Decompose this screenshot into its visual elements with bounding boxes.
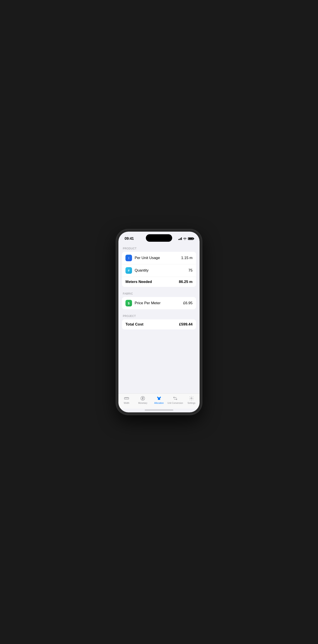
per-unit-usage-value: 1.15 m (181, 256, 192, 260)
meters-needed-row: Meters Needed 86.25 m (122, 277, 196, 287)
quantity-value: 75 (188, 268, 192, 273)
home-indicator (145, 410, 173, 410)
svg-point-7 (191, 398, 192, 399)
total-cost-label: Total Cost (126, 322, 179, 326)
ruler-icon (124, 396, 129, 401)
gear-icon (189, 396, 194, 401)
tab-unit-conversion-label: Unit Conversion (167, 402, 183, 404)
per-unit-usage-row[interactable]: ↕ Per Unit Usage 1.15 m (122, 252, 196, 264)
section-label-project: PROJECT (122, 314, 196, 318)
tab-bar: Width Monetary Alloca (118, 394, 200, 409)
tab-settings-label: Settings (188, 402, 196, 404)
meters-needed-label: Meters Needed (126, 280, 179, 284)
main-content: PRODUCT ↕ Per Unit Usage 1.15 m # Quanti… (118, 242, 200, 394)
status-bar: 09:41 (118, 232, 200, 242)
total-cost-value: £599.44 (179, 322, 192, 326)
battery-icon (188, 237, 194, 240)
tshirt-icon (156, 396, 162, 401)
quantity-icon: # (126, 267, 132, 274)
price-per-meter-icon: $ (126, 300, 132, 306)
screen: 09:41 (118, 232, 200, 412)
fabric-card: $ Price Per Meter £6.95 (122, 297, 196, 309)
section-label-fabric: FABRIC (122, 292, 196, 295)
tab-allocation[interactable]: Allocation (151, 396, 167, 404)
total-cost-row: Total Cost £599.44 (122, 319, 196, 330)
tab-monetary-label: Monetary (138, 402, 148, 404)
quantity-row[interactable]: # Quantity 75 (122, 264, 196, 277)
phone-frame: 09:41 (116, 230, 202, 414)
tab-allocation-label: Allocation (154, 402, 164, 404)
tab-settings[interactable]: Settings (183, 396, 200, 404)
arrows-icon (172, 396, 178, 401)
dynamic-island (146, 234, 172, 242)
status-icons (178, 237, 194, 240)
meters-needed-value: 86.25 m (179, 280, 192, 284)
signal-icon (178, 237, 182, 240)
tab-width[interactable]: Width (118, 396, 135, 404)
quantity-label: Quantity (135, 268, 188, 273)
price-per-meter-value: £6.95 (183, 301, 192, 305)
dollar-icon (140, 396, 146, 401)
tab-unit-conversion[interactable]: Unit Conversion (167, 396, 183, 404)
tab-width-label: Width (124, 402, 130, 404)
price-per-meter-row[interactable]: $ Price Per Meter £6.95 (122, 297, 196, 309)
tab-monetary[interactable]: Monetary (135, 396, 151, 404)
product-card: ↕ Per Unit Usage 1.15 m # Quantity 75 Me… (122, 252, 196, 287)
wifi-icon (183, 237, 187, 240)
per-unit-usage-icon: ↕ (126, 255, 132, 261)
project-card: Total Cost £599.44 (122, 319, 196, 330)
per-unit-usage-label: Per Unit Usage (135, 256, 181, 260)
status-time: 09:41 (124, 236, 134, 241)
section-label-product: PRODUCT (122, 247, 196, 250)
price-per-meter-label: Price Per Meter (135, 301, 183, 305)
